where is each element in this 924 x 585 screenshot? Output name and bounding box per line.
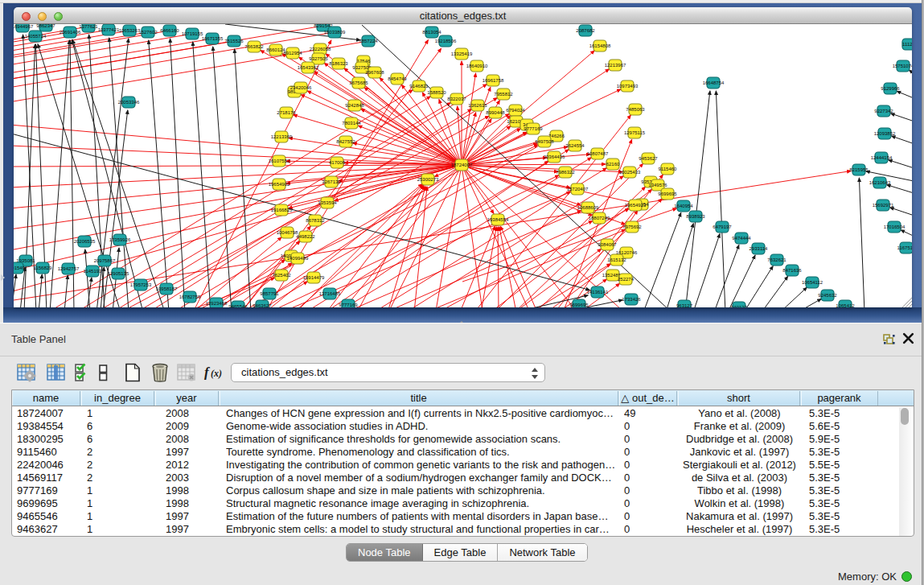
svg-text:8322037: 8322037 — [447, 97, 466, 101]
svg-text:10973493: 10973493 — [617, 84, 639, 89]
svg-text:23226058: 23226058 — [310, 47, 331, 51]
svg-text:7515526: 7515526 — [224, 39, 244, 43]
svg-text:16033809: 16033809 — [324, 30, 346, 35]
svg-text:1065412: 1065412 — [836, 303, 855, 307]
svg-text:13325419: 13325419 — [451, 51, 473, 56]
svg-text:1588520: 1588520 — [427, 90, 446, 95]
svg-text:11124: 11124 — [902, 42, 912, 47]
svg-text:3267130: 3267130 — [322, 179, 341, 184]
svg-text:12942757: 12942757 — [58, 266, 80, 271]
svg-text:10654112: 10654112 — [802, 280, 823, 285]
svg-text:12093852: 12093852 — [874, 131, 896, 136]
svg-text:10025433: 10025433 — [619, 170, 641, 175]
svg-text:9465546: 9465546 — [228, 304, 248, 307]
svg-text:8186323: 8186323 — [329, 61, 348, 66]
svg-text:1377621: 1377621 — [79, 24, 98, 29]
svg-text:2933114: 2933114 — [749, 246, 769, 251]
svg-text:6466160: 6466160 — [160, 28, 179, 33]
svg-text:9474444: 9474444 — [732, 236, 751, 241]
svg-text:1527602: 1527602 — [138, 30, 158, 35]
svg-text:9857791: 9857791 — [260, 291, 279, 296]
svg-text:17957253: 17957253 — [130, 282, 152, 287]
svg-text:20691406: 20691406 — [60, 30, 81, 35]
svg-text:9146821: 9146821 — [409, 84, 429, 89]
svg-text:18724007: 18724007 — [451, 163, 473, 167]
svg-text:12213369: 12213369 — [271, 134, 293, 139]
svg-text:12444154: 12444154 — [871, 155, 893, 160]
svg-text:391549: 391549 — [14, 266, 26, 270]
svg-text:8912954: 8912954 — [283, 51, 302, 56]
svg-text:25300273: 25300273 — [417, 177, 439, 182]
svg-text:13716485: 13716485 — [319, 291, 341, 296]
svg-text:16671355: 16671355 — [202, 36, 224, 41]
svg-text:9129966: 9129966 — [881, 86, 900, 91]
svg-text:1640954: 1640954 — [674, 204, 693, 208]
svg-text:8938923: 8938923 — [686, 214, 705, 219]
svg-text:10958187: 10958187 — [156, 286, 178, 291]
svg-text:62160: 62160 — [606, 162, 620, 167]
svg-text:963127: 963127 — [676, 303, 693, 307]
svg-text:252274: 252274 — [618, 277, 634, 282]
svg-text:10377421: 10377421 — [98, 27, 120, 32]
svg-text:6794024: 6794024 — [506, 108, 525, 113]
svg-text:7663822: 7663822 — [244, 44, 264, 49]
svg-text:10653267: 10653267 — [119, 28, 141, 33]
svg-text:8215955: 8215955 — [849, 167, 869, 172]
svg-text:1353594: 1353594 — [318, 200, 337, 205]
svg-text:12975115: 12975115 — [624, 130, 646, 135]
svg-text:1362615: 1362615 — [468, 103, 487, 108]
svg-text:8471636: 8471636 — [782, 268, 802, 273]
svg-text:f: f — [204, 365, 211, 380]
svg-text:19166825: 19166825 — [271, 208, 293, 212]
svg-text:17016504: 17016504 — [884, 225, 906, 229]
svg-text:15692971: 15692971 — [873, 203, 894, 208]
svg-text:7485063: 7485063 — [626, 107, 645, 112]
svg-text:15720407: 15720407 — [567, 187, 589, 192]
svg-text:17359926: 17359926 — [109, 237, 131, 242]
svg-text:19654902: 19654902 — [269, 182, 290, 187]
svg-text:9227342: 9227342 — [874, 109, 893, 113]
svg-text:16210643: 16210643 — [869, 180, 891, 185]
svg-text:8427552: 8427552 — [336, 139, 355, 144]
svg-text:3084067: 3084067 — [598, 242, 617, 247]
svg-text:16944967: 16944967 — [14, 24, 34, 29]
svg-text:7975692: 7975692 — [622, 225, 642, 229]
svg-text:3675685: 3675685 — [349, 80, 368, 85]
svg-text:20053346: 20053346 — [118, 100, 140, 105]
svg-text:14099489: 14099489 — [287, 256, 309, 261]
svg-text:16648754: 16648754 — [703, 80, 725, 85]
svg-text:417006: 417006 — [329, 160, 346, 165]
svg-text:10046798: 10046798 — [277, 230, 298, 235]
svg-text:16154808: 16154808 — [589, 43, 611, 48]
svg-text:2718176: 2718176 — [277, 110, 296, 115]
svg-text:8678312: 8678312 — [306, 218, 325, 223]
svg-text:20975867: 20975867 — [94, 258, 116, 263]
svg-text:9862347: 9862347 — [36, 24, 55, 28]
svg-text:9242848: 9242848 — [345, 103, 364, 108]
svg-text:19384554: 19384554 — [487, 217, 509, 222]
svg-text:10807487: 10807487 — [587, 151, 609, 156]
svg-text:7857224: 7857224 — [359, 39, 378, 43]
svg-text:9115460: 9115460 — [659, 167, 678, 171]
svg-text:4498222: 4498222 — [296, 234, 315, 239]
svg-text:9777169: 9777169 — [524, 126, 543, 131]
svg-text:1167513: 1167513 — [897, 245, 912, 250]
svg-text:1145193: 1145193 — [84, 269, 103, 274]
svg-text:12213967: 12213967 — [605, 63, 626, 68]
svg-text:2967608: 2967608 — [365, 70, 384, 75]
svg-text:9777169: 9777169 — [339, 303, 358, 307]
svg-text:23420046: 23420046 — [290, 85, 312, 90]
svg-text:940123: 940123 — [731, 305, 748, 307]
svg-text:12923468: 12923468 — [206, 301, 228, 306]
svg-text:7803144: 7803144 — [342, 121, 361, 126]
svg-text:16782759: 16782759 — [179, 295, 201, 299]
svg-text:2087682: 2087682 — [576, 28, 595, 33]
svg-text:10719155: 10719155 — [182, 31, 203, 36]
svg-text:9245632: 9245632 — [818, 293, 837, 298]
svg-text:9463627: 9463627 — [253, 303, 272, 307]
svg-text:10688609: 10688609 — [577, 205, 599, 210]
svg-text:(x): (x) — [211, 368, 222, 379]
svg-text:6479197: 6479197 — [713, 225, 732, 229]
svg-text:15751074: 15751074 — [893, 64, 912, 68]
svg-text:9699695: 9699695 — [569, 303, 589, 307]
